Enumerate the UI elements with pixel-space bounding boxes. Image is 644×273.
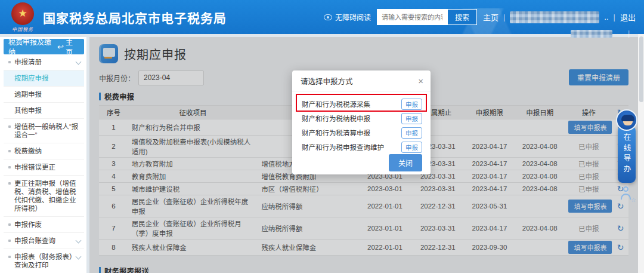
page-scrollbar[interactable] <box>638 34 644 273</box>
sidebar-item-label: 逾期申报 <box>14 90 82 99</box>
modal-option-label: 财产和行为税申报查询维护 <box>302 142 384 152</box>
online-guide-ribbon[interactable]: 在线导办 <box>618 126 636 183</box>
back-arrow-icon: ↩ <box>57 43 64 51</box>
bullet-dot-icon <box>8 61 11 63</box>
sidebar-item[interactable]: 申报表（财务报表）查询及打印 <box>4 249 84 273</box>
masked-secondary <box>571 30 612 38</box>
online-guide-label: 在线导办 <box>621 133 633 175</box>
sidebar-item[interactable]: 按期应申报 <box>4 70 84 87</box>
sidebar: 税费申报及缴纳 ↩ 主页 申报清册按期应申报逾期申报其他申报增值税一般纳税人“报… <box>0 37 86 273</box>
sidebar-item-label: 申报作废 <box>14 220 82 229</box>
sidebar-item[interactable]: 增值税一般纳税人“报退合一” <box>4 119 84 143</box>
modal-option-row: 财产和行为税申报查询维护申报 <box>292 140 431 154</box>
bullet-dot-icon <box>8 166 11 168</box>
customer-service-avatar[interactable] <box>616 109 637 131</box>
modal-option-row: 财产和行为税清算申报申报 <box>292 125 431 140</box>
sidebar-item[interactable]: 其他申报 <box>4 103 84 119</box>
masked-username <box>510 11 599 23</box>
top-header: ★ 中国税务 国家税务总局北京市电子税务局 无障碍阅读 搜索 主页 | .. |… <box>0 0 644 34</box>
modal-option-label: 财产和行为税清算申报 <box>302 128 370 137</box>
site-logo: ★ 中国税务 <box>8 2 37 32</box>
bullet-dot-icon <box>8 223 11 226</box>
separator: | <box>628 29 630 38</box>
modal-option-label: 财产和行为税纳税申报 <box>302 114 370 123</box>
sidebar-item[interactable]: 申报台账查询 <box>4 233 84 249</box>
sidebar-item[interactable]: 税费缴纳 <box>4 143 84 159</box>
search-button[interactable]: 搜索 <box>447 9 477 25</box>
logout-link[interactable]: 退出 <box>620 11 636 23</box>
chevron-down-icon <box>76 238 82 244</box>
sidebar-item[interactable]: 申报错误更正 <box>4 159 84 176</box>
modal-option-row: 财产和行为税税源采集申报 <box>292 97 431 111</box>
separator: | <box>503 13 505 22</box>
home-link[interactable]: 主页 <box>483 11 499 23</box>
sidebar-item[interactable]: 更正往期申报（增值税、消费税、增值税代扣代缴、扣缴企业所得税） <box>4 176 84 217</box>
search-input[interactable] <box>377 9 447 25</box>
accessibility-link[interactable]: 无障碍阅读 <box>324 12 371 22</box>
sidebar-item-label: 申报台账查询 <box>14 237 76 245</box>
declare-button[interactable]: 申报 <box>401 142 422 153</box>
main-content: 按期应申报 申报月份： 重置申报清册 税费申报 序号征收项目征收品目所属期起所属… <box>89 37 638 273</box>
header-search: 搜索 <box>377 9 477 25</box>
sidebar-header: 税费申报及缴纳 ↩ 主页 <box>4 39 84 54</box>
sidebar-item-label: 申报错误更正 <box>14 163 82 171</box>
bullet-dot-icon <box>8 240 11 242</box>
close-dialog-button[interactable]: 关闭 <box>389 154 422 171</box>
sidebar-item-label: 增值税一般纳税人“报退合一” <box>14 122 82 139</box>
bullet-dot-icon <box>8 150 11 152</box>
declare-button[interactable]: 申报 <box>401 127 422 139</box>
sidebar-item-label: 按期应申报 <box>14 74 82 82</box>
user-favorite-icon[interactable]: ☆ <box>619 186 634 202</box>
sidebar-item-label: 税费缴纳 <box>14 147 82 155</box>
sidebar-menu: 申报清册按期应申报逾期申报其他申报增值税一般纳税人“报退合一”税费缴纳申报错误更… <box>4 54 84 273</box>
national-emblem-icon: ★ <box>11 2 34 25</box>
sidebar-item-label: 更正往期申报（增值税、消费税、增值税代扣代缴、扣缴企业所得税） <box>14 179 82 213</box>
modal-option-label: 财产和行为税税源采集 <box>302 99 370 109</box>
dialog-title: 请选择申报方式 <box>301 75 353 87</box>
bullet-dot-icon <box>8 256 11 258</box>
separator: | <box>614 13 615 22</box>
masked-suffix: .. <box>604 13 608 22</box>
bullet-dot-icon <box>8 182 11 185</box>
modal-option-row: 财产和行为税纳税申报申报 <box>292 111 431 125</box>
logo-caption: 中国税务 <box>8 26 37 32</box>
sidebar-item[interactable]: 申报作废 <box>4 217 84 233</box>
declare-method-dialog: 请选择申报方式 × 财产和行为税税源采集申报财产和行为税纳税申报申报财产和行为税… <box>292 70 431 174</box>
accessibility-label: 无障碍阅读 <box>335 12 371 22</box>
floating-helper: 在线导办 ☆ <box>616 109 637 202</box>
chevron-down-icon <box>76 59 82 65</box>
declare-button[interactable]: 申报 <box>401 113 422 124</box>
sidebar-item[interactable]: 逾期申报 <box>4 87 84 103</box>
scrollbar-thumb[interactable] <box>639 36 643 102</box>
sidebar-item[interactable]: 申报清册 <box>4 54 84 70</box>
modal-item-list: 财产和行为税税源采集申报财产和行为税纳税申报申报财产和行为税清算申报申报财产和行… <box>292 91 431 154</box>
chevron-down-icon <box>76 254 82 260</box>
sidebar-item-label: 申报表（财务报表）查询及打印 <box>14 253 76 269</box>
site-title: 国家税务总局北京市电子税务局 <box>43 8 227 26</box>
declare-button[interactable]: 申报 <box>401 99 422 110</box>
sidebar-item-label: 申报清册 <box>14 58 76 66</box>
eye-icon <box>324 14 332 20</box>
close-icon[interactable]: × <box>418 76 423 85</box>
sidebar-item-label: 其他申报 <box>14 106 82 115</box>
bullet-dot-icon <box>8 125 11 128</box>
